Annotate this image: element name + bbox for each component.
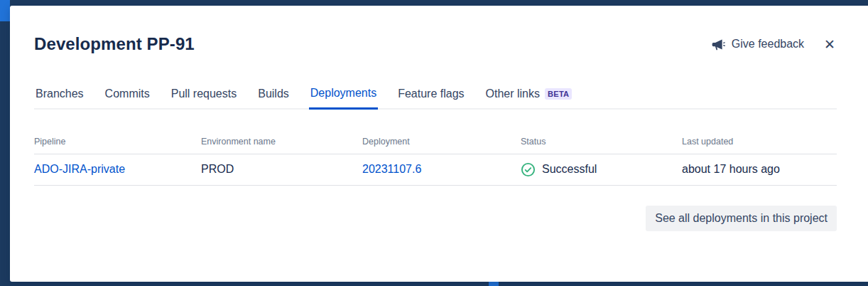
tab-label: Feature flags	[398, 88, 464, 100]
tab-pull-requests[interactable]: Pull requests	[170, 88, 239, 110]
dialog-footer: See all deployments in this project	[34, 206, 837, 231]
backdrop-accent	[0, 0, 10, 21]
page-title: Development PP-91	[34, 34, 195, 54]
backdrop-accent	[489, 282, 499, 286]
tab-other-links[interactable]: Other links BETA	[484, 88, 574, 110]
pipeline-link[interactable]: ADO-JIRA-private	[34, 163, 125, 175]
column-header-status: Status	[521, 137, 682, 147]
table-row: ADO-JIRA-private PROD 20231107.6 Success…	[34, 154, 837, 186]
column-header-last-updated: Last updated	[682, 137, 837, 147]
tab-label: Branches	[36, 88, 84, 100]
tab-commits[interactable]: Commits	[104, 88, 151, 110]
tab-label: Deployments	[310, 87, 376, 100]
header-actions: Give feedback ✕	[710, 37, 837, 52]
megaphone-icon	[710, 37, 725, 52]
tab-deployments[interactable]: Deployments	[309, 87, 378, 110]
tab-branches[interactable]: Branches	[34, 88, 85, 110]
column-header-pipeline: Pipeline	[34, 137, 201, 147]
table-header-row: Pipeline Environment name Deployment Sta…	[34, 137, 837, 154]
column-header-environment: Environment name	[201, 137, 362, 147]
status-label: Successful	[542, 163, 597, 176]
last-updated-cell: about 17 hours ago	[682, 163, 837, 176]
dialog-header: Development PP-91 Give feedback ✕	[34, 34, 837, 54]
tab-label: Commits	[105, 88, 150, 100]
beta-badge: BETA	[545, 88, 572, 100]
column-header-deployment: Deployment	[362, 137, 521, 147]
close-icon: ✕	[824, 37, 835, 52]
dev-tabs: Branches Commits Pull requests Builds De…	[34, 87, 837, 110]
environment-cell: PROD	[201, 163, 362, 176]
tab-label: Pull requests	[171, 88, 237, 100]
see-all-deployments-button[interactable]: See all deployments in this project	[646, 206, 837, 231]
close-button[interactable]: ✕	[823, 38, 837, 51]
success-icon	[521, 162, 536, 177]
give-feedback-button[interactable]: Give feedback	[710, 37, 804, 52]
tab-label: Other links	[486, 88, 540, 100]
deployment-link[interactable]: 20231107.6	[362, 163, 421, 175]
development-dialog: Development PP-91 Give feedback ✕	[10, 6, 868, 282]
tab-label: Builds	[258, 88, 289, 100]
tab-feature-flags[interactable]: Feature flags	[396, 88, 465, 110]
deployments-table: Pipeline Environment name Deployment Sta…	[34, 137, 837, 186]
tab-builds[interactable]: Builds	[256, 88, 291, 110]
status-cell: Successful	[521, 162, 682, 177]
give-feedback-label: Give feedback	[732, 38, 804, 51]
